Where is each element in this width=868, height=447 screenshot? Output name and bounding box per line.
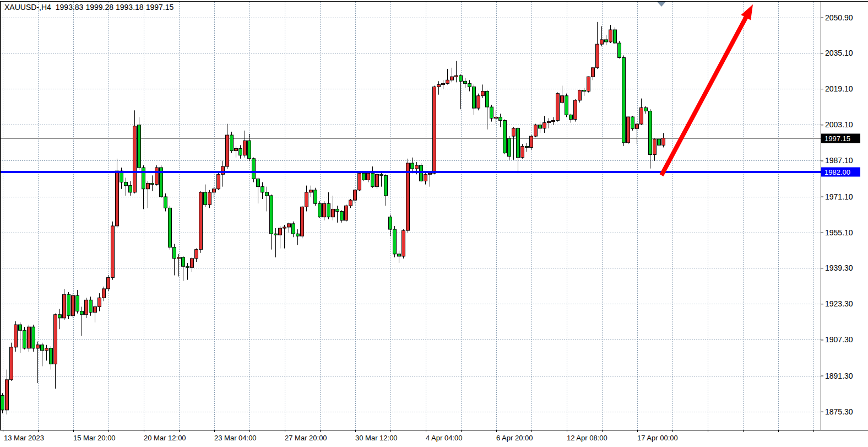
bull-candle (98, 298, 101, 306)
bear-candle (398, 254, 401, 256)
bull-candle (446, 80, 449, 83)
bull-candle (243, 141, 247, 155)
chart-title: XAUUSD-,H41993.831999.281993.181997.15 (4, 3, 173, 12)
bull-candle (305, 192, 308, 207)
bear-candle (76, 295, 79, 311)
bear-candle (380, 174, 383, 175)
bear-candle (274, 234, 278, 235)
bear-candle (658, 139, 661, 145)
bear-candle (314, 190, 317, 203)
bull-candle (424, 174, 427, 181)
price-axis-label: 2035.10 (825, 49, 853, 57)
bear-candle (230, 135, 234, 151)
bull-candle (102, 289, 106, 298)
trend-arrow[interactable] (661, 4, 753, 175)
bear-candle (164, 197, 167, 208)
trend-arrow-shaft[interactable] (661, 15, 747, 175)
bull-candle (653, 139, 657, 154)
candlestick-series (1, 22, 665, 414)
time-axis-label: 12 Apr 08:00 (567, 434, 607, 442)
price-axis-label: 1987.10 (825, 156, 853, 165)
current-price-tag: 1997.15 (821, 134, 860, 143)
bull-candle (376, 174, 379, 186)
bull-candle (10, 347, 13, 380)
bear-candle (336, 209, 339, 211)
bull-candle (552, 121, 555, 122)
bear-candle (142, 168, 145, 189)
bear-candle (50, 348, 53, 364)
bull-candle (521, 146, 524, 157)
bear-candle (239, 148, 242, 155)
bull-candle (636, 124, 639, 128)
bear-candle (173, 247, 176, 258)
bear-candle (614, 30, 617, 43)
bear-candle (41, 345, 44, 351)
bear-candle (389, 217, 392, 229)
price-chart-canvas[interactable]: 2050.902035.102019.102003.101987.101971.… (0, 0, 868, 447)
bull-candle (116, 171, 119, 226)
price-axis-label: 1923.30 (825, 299, 853, 308)
bull-candle (28, 327, 31, 348)
bull-candle (587, 77, 590, 91)
time-axis-label: 20 Mar 12:00 (144, 434, 186, 442)
bear-candle (89, 300, 93, 312)
current-price-tag-value: 1997.15 (824, 134, 850, 143)
bull-candle (235, 148, 238, 150)
bear-candle (151, 184, 154, 185)
bear-candle (631, 117, 634, 128)
bear-candle (67, 294, 70, 316)
price-axis-label: 2019.10 (825, 84, 853, 93)
chart-shift-marker-icon[interactable] (657, 2, 666, 7)
bear-candle (393, 229, 397, 254)
bull-candle (54, 315, 57, 364)
bull-candle (561, 96, 564, 103)
bear-candle (622, 58, 626, 143)
bear-candle (644, 107, 648, 111)
bear-candle (129, 186, 132, 192)
bear-candle (649, 111, 652, 154)
bull-candle (428, 173, 432, 174)
bear-candle (182, 257, 185, 266)
bear-candle (19, 325, 22, 330)
bull-candle (177, 257, 181, 258)
bear-candle (473, 87, 476, 108)
time-axis-label: 17 Apr 00:00 (637, 434, 678, 442)
time-axis-label: 30 Mar 12:00 (355, 434, 398, 442)
bear-candle (486, 91, 489, 107)
bull-candle (547, 122, 551, 123)
bull-candle (627, 117, 630, 143)
bull-candle (332, 209, 335, 217)
bull-candle (199, 192, 203, 250)
chart-borders (0, 1, 868, 430)
bear-candle (517, 128, 520, 158)
bear-candle (257, 179, 260, 186)
bear-candle (292, 224, 295, 234)
bull-candle (451, 77, 454, 80)
bull-candle (323, 203, 326, 217)
bear-candle (508, 138, 511, 157)
price-axis-label: 2003.10 (825, 120, 853, 129)
bear-candle (459, 76, 463, 81)
bull-candle (63, 294, 66, 318)
bear-candle (420, 165, 423, 181)
bear-candle (80, 311, 84, 315)
bull-candle (345, 206, 348, 220)
bear-candle (362, 173, 366, 180)
bull-candle (596, 44, 599, 68)
bear-candle (186, 266, 189, 267)
bear-candle (569, 115, 573, 119)
bear-candle (503, 121, 507, 153)
bull-candle (495, 117, 498, 118)
bull-candle (191, 258, 194, 267)
time-axis-label: 23 Mar 04:00 (214, 434, 257, 442)
bull-candle (600, 40, 604, 44)
bull-candle (477, 96, 480, 108)
bull-candle (217, 174, 220, 189)
bull-candle (94, 307, 97, 313)
time-axis-label: 13 Mar 2023 (4, 434, 44, 442)
bull-candle (358, 173, 361, 190)
bull-candle (155, 168, 159, 185)
bull-candle (402, 230, 405, 256)
bull-candle (133, 126, 137, 192)
bear-candle (261, 187, 264, 192)
